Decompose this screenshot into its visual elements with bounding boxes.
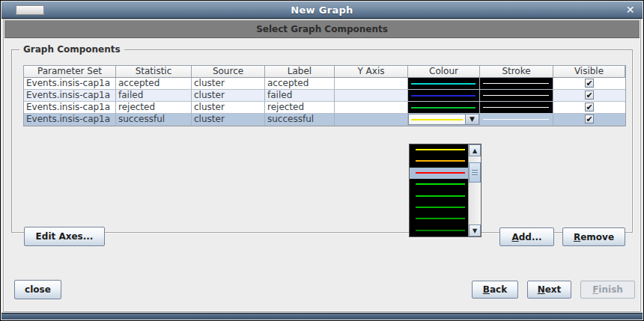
cell-statistic[interactable]: successful <box>116 114 192 126</box>
graph-components-group: Graph Components Parameter SetStatisticS… <box>11 49 633 233</box>
visible-checkbox[interactable]: ✔ <box>585 79 594 88</box>
cell-stroke[interactable] <box>480 78 553 90</box>
finish-button[interactable]: Finish <box>580 281 635 299</box>
colour-combobox-value <box>409 114 465 124</box>
column-header-y-axis[interactable]: Y Axis <box>335 66 408 78</box>
cell-label[interactable]: failed <box>265 90 335 102</box>
cell-parameter-set[interactable]: Events.insis-cap1a <box>24 90 116 102</box>
cell-colour[interactable]: ▼ <box>408 114 480 126</box>
column-header-parameter-set[interactable]: Parameter Set <box>24 66 116 78</box>
cell-statistic[interactable]: rejected <box>116 102 192 114</box>
cell-y-axis[interactable] <box>335 90 408 102</box>
table-row[interactable]: Events.insis-cap1asuccessfulclustersucce… <box>24 114 625 126</box>
cell-label[interactable]: rejected <box>265 102 335 114</box>
title-bar[interactable]: New Graph ✕ <box>1 1 643 19</box>
next-button[interactable]: Next <box>527 281 571 299</box>
remove-button[interactable]: Remove <box>562 227 625 246</box>
cell-source[interactable]: cluster <box>192 78 265 90</box>
colour-dropdown-popup[interactable]: ▲ ▼ <box>409 144 482 237</box>
colour-option[interactable] <box>410 168 468 179</box>
cell-visible[interactable]: ✔ <box>553 78 625 90</box>
add-button[interactable]: Add... <box>499 227 554 246</box>
edit-axes-button[interactable]: Edit Axes... <box>24 227 105 246</box>
colour-option[interactable] <box>410 144 468 156</box>
scrollbar-thumb[interactable] <box>469 162 481 183</box>
visible-checkbox[interactable]: ✔ <box>585 103 594 111</box>
cell-statistic[interactable]: accepted <box>116 78 192 90</box>
cell-visible[interactable]: ✔ <box>553 114 625 126</box>
cell-parameter-set[interactable]: Events.insis-cap1a <box>24 102 116 114</box>
window-title: New Graph <box>1 4 643 16</box>
column-header-statistic[interactable]: Statistic <box>116 66 192 78</box>
cell-parameter-set[interactable]: Events.insis-cap1a <box>24 78 116 90</box>
colour-option[interactable] <box>410 179 468 190</box>
colour-option[interactable] <box>410 213 468 224</box>
group-title: Graph Components <box>19 44 124 55</box>
scrollbar-track[interactable] <box>469 156 481 224</box>
table-row[interactable]: Events.insis-cap1arejectedclusterrejecte… <box>24 102 625 114</box>
window-bottom-border <box>1 313 643 320</box>
scroll-down-icon[interactable]: ▼ <box>469 224 481 236</box>
components-table[interactable]: Parameter SetStatisticSourceLabelY AxisC… <box>23 65 626 126</box>
colour-option[interactable] <box>410 156 468 167</box>
cell-colour[interactable] <box>408 90 480 102</box>
step-title: Select Graph Components <box>4 20 640 38</box>
cell-source[interactable]: cluster <box>192 114 265 126</box>
cell-parameter-set[interactable]: Events.insis-cap1a <box>24 114 116 126</box>
dialog-content: Select Graph Components Graph Components… <box>3 19 641 312</box>
cell-visible[interactable]: ✔ <box>553 90 625 102</box>
column-header-source[interactable]: Source <box>192 66 265 78</box>
popup-scrollbar[interactable]: ▲ ▼ <box>468 144 481 236</box>
cell-statistic[interactable]: failed <box>116 90 192 102</box>
cell-y-axis[interactable] <box>335 78 408 90</box>
colour-option[interactable] <box>410 191 468 202</box>
column-header-stroke[interactable]: Stroke <box>480 66 553 78</box>
scroll-up-icon[interactable]: ▲ <box>469 144 481 156</box>
cell-y-axis[interactable] <box>335 102 408 114</box>
cell-visible[interactable]: ✔ <box>553 102 625 114</box>
colour-combobox[interactable]: ▼ <box>408 114 479 125</box>
cell-colour[interactable] <box>408 102 480 114</box>
visible-checkbox[interactable]: ✔ <box>585 91 594 100</box>
column-header-label[interactable]: Label <box>265 66 335 78</box>
column-header-colour[interactable]: Colour <box>408 66 480 78</box>
table-row[interactable]: Events.insis-cap1aacceptedclusteraccepte… <box>24 78 625 90</box>
colour-option[interactable] <box>410 225 468 236</box>
cell-source[interactable]: cluster <box>192 90 265 102</box>
colour-option[interactable] <box>410 202 468 213</box>
back-button[interactable]: Back <box>472 281 518 299</box>
new-graph-dialog: New Graph ✕ Select Graph Components Grap… <box>0 0 644 321</box>
cell-label[interactable]: successful <box>265 114 335 126</box>
cell-source[interactable]: cluster <box>192 102 265 114</box>
cell-stroke[interactable] <box>480 90 553 102</box>
close-button[interactable]: close <box>14 280 61 299</box>
cell-stroke[interactable] <box>480 114 553 126</box>
cell-y-axis[interactable] <box>335 114 408 126</box>
cell-label[interactable]: accepted <box>265 78 335 90</box>
combobox-arrow-icon[interactable]: ▼ <box>465 114 479 124</box>
visible-checkbox[interactable]: ✔ <box>585 114 594 123</box>
table-row[interactable]: Events.insis-cap1afailedclusterfailed✔ <box>24 90 625 102</box>
cell-colour[interactable] <box>408 78 480 90</box>
column-header-visible[interactable]: Visible <box>553 66 625 78</box>
cell-stroke[interactable] <box>480 102 553 114</box>
close-icon[interactable]: ✕ <box>624 4 637 16</box>
